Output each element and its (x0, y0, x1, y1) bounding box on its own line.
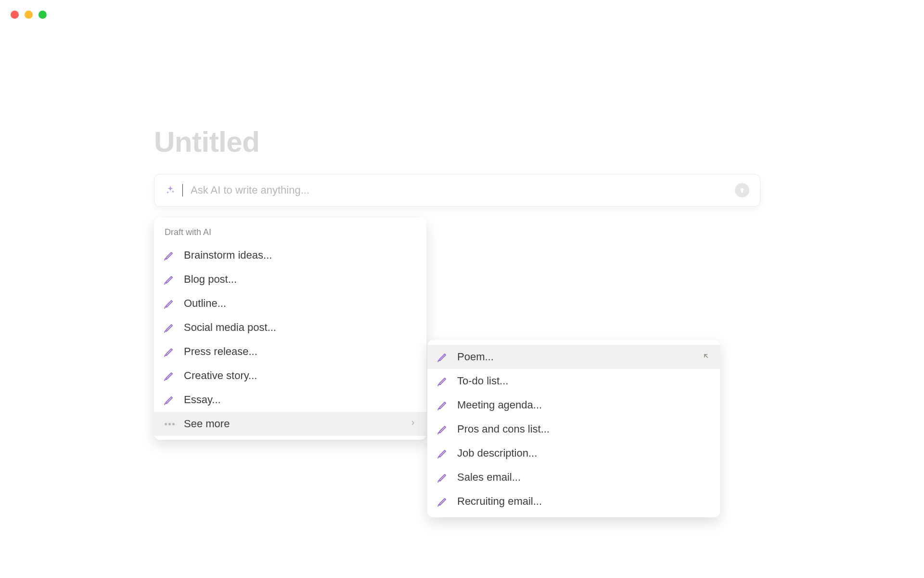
pencil-icon (437, 375, 449, 387)
window-controls (11, 11, 47, 19)
editor-area: Untitled (154, 125, 760, 207)
ellipsis-icon (164, 423, 175, 425)
menu-item-label: Recruiting email... (457, 495, 710, 508)
pencil-icon (437, 423, 449, 435)
menu-item-label: Poem... (457, 351, 693, 363)
window-close-button[interactable] (11, 11, 19, 19)
menu-item-label: Job description... (457, 447, 710, 460)
chevron-right-icon (409, 419, 417, 429)
ai-draft-submenu: Poem... To-do list... Meeting agenda... … (427, 340, 720, 517)
menu-item-brainstorm[interactable]: Brainstorm ideas... (154, 243, 426, 267)
page-title[interactable]: Untitled (154, 125, 760, 158)
submenu-item-sales-email[interactable]: Sales email... (427, 465, 720, 489)
menu-item-blog-post[interactable]: Blog post... (154, 267, 426, 291)
window-fullscreen-button[interactable] (38, 11, 47, 19)
pencil-icon (164, 346, 175, 357)
menu-item-creative-story[interactable]: Creative story... (154, 364, 426, 388)
menu-item-label: Creative story... (184, 369, 417, 382)
submit-button[interactable] (735, 183, 749, 197)
menu-item-label: Pros and cons list... (457, 423, 710, 435)
menu-item-outline[interactable]: Outline... (154, 291, 426, 315)
svg-line-0 (705, 355, 708, 358)
ai-input-bar[interactable] (154, 174, 760, 207)
menu-item-label: Essay... (184, 394, 417, 406)
submenu-item-recruiting-email[interactable]: Recruiting email... (427, 489, 720, 513)
pencil-icon (437, 351, 449, 363)
menu-item-label: Outline... (184, 297, 417, 310)
menu-item-essay[interactable]: Essay... (154, 388, 426, 412)
pencil-icon (437, 472, 449, 483)
menu-item-press-release[interactable]: Press release... (154, 340, 426, 364)
menu-item-label: Social media post... (184, 321, 417, 334)
menu-item-see-more[interactable]: See more (154, 412, 426, 436)
ai-prompt-input[interactable] (191, 184, 728, 197)
text-cursor (182, 184, 183, 197)
submenu-item-meeting-agenda[interactable]: Meeting agenda... (427, 393, 720, 417)
pencil-icon (437, 496, 449, 507)
menu-item-label: Sales email... (457, 471, 710, 484)
pencil-icon (164, 370, 175, 381)
pencil-icon (164, 322, 175, 333)
menu-item-label: Blog post... (184, 273, 417, 286)
menu-item-label: Press release... (184, 345, 417, 358)
menu-header: Draft with AI (154, 223, 426, 243)
submenu-item-poem[interactable]: Poem... (427, 345, 720, 369)
pencil-icon (164, 394, 175, 406)
pencil-icon (437, 447, 449, 459)
menu-item-label: See more (184, 418, 400, 430)
menu-item-label: Meeting agenda... (457, 399, 710, 411)
menu-item-social-media[interactable]: Social media post... (154, 315, 426, 340)
submenu-item-todo-list[interactable]: To-do list... (427, 369, 720, 393)
ai-draft-menu: Draft with AI Brainstorm ideas... Blog p… (154, 218, 426, 440)
pencil-icon (437, 399, 449, 411)
submenu-item-job-description[interactable]: Job description... (427, 441, 720, 465)
pencil-icon (164, 274, 175, 285)
menu-item-label: Brainstorm ideas... (184, 249, 417, 262)
submenu-item-pros-cons[interactable]: Pros and cons list... (427, 417, 720, 441)
select-arrow-icon (702, 352, 710, 362)
pencil-icon (164, 250, 175, 261)
window-minimize-button[interactable] (25, 11, 33, 19)
menu-item-label: To-do list... (457, 375, 710, 387)
sparkle-icon (165, 185, 176, 196)
pencil-icon (164, 298, 175, 309)
